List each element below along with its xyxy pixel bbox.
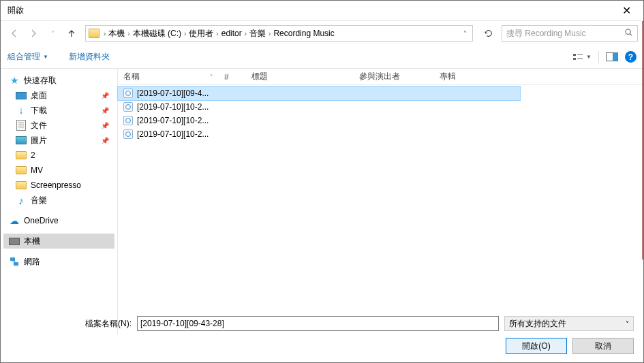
filetype-select[interactable]: 所有支持的文件 ˅ — [504, 316, 634, 331]
sidebar-folder-mv[interactable]: MV — [3, 163, 114, 178]
filetype-label: 所有支持的文件 — [509, 318, 566, 330]
file-row[interactable]: [2019-07-10][10-2... — [118, 127, 643, 141]
forward-button[interactable] — [25, 25, 42, 42]
breadcrumb-item[interactable]: 本機 — [108, 28, 125, 40]
cancel-button[interactable]: 取消 — [572, 338, 634, 354]
folder-icon — [89, 29, 99, 38]
pin-icon: 📌 — [101, 122, 109, 129]
filename-input[interactable] — [137, 316, 499, 331]
sidebar-label: 網路 — [24, 256, 40, 268]
filename-label: 檔案名稱(N): — [85, 318, 132, 330]
search-input[interactable]: 搜尋 Recording Music — [502, 25, 638, 42]
breadcrumb-item[interactable]: Recording Music — [273, 29, 334, 38]
organize-label: 組合管理 — [7, 51, 40, 63]
sidebar-label: MV — [31, 165, 43, 175]
pin-icon: 📌 — [101, 107, 109, 114]
open-button[interactable]: 開啟(O) — [506, 338, 567, 354]
file-name: [2019-07-10][10-2... — [137, 102, 209, 112]
sidebar-downloads[interactable]: ↓ 下載 📌 — [3, 103, 114, 118]
sidebar-label: OneDrive — [24, 216, 59, 225]
sidebar-label: 本機 — [24, 236, 40, 247]
column-headers: 名稱 ˄ # 標題 參與演出者 專輯 — [118, 69, 643, 85]
svg-rect-8 — [10, 257, 15, 261]
preview-pane-button[interactable] — [606, 52, 618, 61]
chevron-right-icon[interactable]: › — [269, 30, 271, 37]
sidebar-this-pc[interactable]: 本機 — [3, 234, 114, 249]
breadcrumb-item[interactable]: 使用者 — [189, 28, 213, 40]
file-name: [2019-07-10][10-2... — [137, 116, 209, 125]
search-icon — [624, 28, 633, 39]
sidebar-folder-2[interactable]: 2 — [3, 148, 114, 163]
view-options-button[interactable]: ▼ — [572, 52, 592, 62]
breadcrumb-item[interactable]: editor — [221, 29, 242, 38]
chevron-down-icon: ˅ — [626, 320, 629, 328]
column-title[interactable]: 標題 — [246, 71, 354, 82]
separator — [598, 51, 599, 63]
address-dropdown-icon[interactable]: ˅ — [461, 30, 470, 37]
cloud-icon: ☁ — [9, 215, 20, 226]
file-row[interactable]: [2019-07-10][09-4... — [118, 86, 520, 100]
organize-menu[interactable]: 組合管理 ▼ — [7, 51, 48, 63]
navigation-sidebar: ★ 快速存取 桌面 📌 ↓ 下載 📌 文件 📌 圖片 📌 — [1, 69, 118, 334]
file-row[interactable]: [2019-07-10][10-2... — [118, 114, 643, 127]
refresh-button[interactable] — [481, 26, 496, 41]
file-name: [2019-07-10][09-4... — [137, 89, 209, 98]
chevron-right-icon[interactable]: › — [104, 30, 106, 37]
sidebar-documents[interactable]: 文件 📌 — [3, 118, 114, 133]
sidebar-quick-access[interactable]: ★ 快速存取 — [3, 73, 114, 88]
desktop-icon — [16, 90, 27, 101]
sidebar-label: 桌面 — [31, 90, 47, 101]
back-button[interactable] — [6, 25, 22, 42]
sidebar-label: Screenpresso — [31, 180, 81, 190]
folder-icon — [16, 150, 27, 161]
sidebar-onedrive[interactable]: ☁ OneDrive — [3, 213, 114, 228]
svg-rect-9 — [14, 262, 18, 266]
sidebar-folder-screenpresso[interactable]: Screenpresso — [3, 178, 114, 193]
chevron-down-icon: ▼ — [586, 54, 592, 60]
svg-rect-7 — [613, 53, 618, 61]
audio-file-icon — [123, 102, 133, 112]
recent-dropdown-icon[interactable]: ˅ — [44, 25, 61, 42]
sidebar-network[interactable]: 網路 — [3, 254, 114, 269]
sidebar-label: 文件 — [31, 120, 47, 131]
dialog-title: 開啟 — [7, 5, 24, 16]
breadcrumb-item[interactable]: 音樂 — [249, 28, 266, 40]
svg-point-0 — [626, 29, 630, 34]
folder-icon — [16, 165, 27, 176]
chevron-right-icon[interactable]: › — [216, 30, 218, 37]
breadcrumb-item[interactable]: 本機磁碟 (C:) — [133, 28, 181, 40]
audio-file-icon — [123, 89, 133, 98]
document-icon — [16, 120, 27, 131]
pin-icon: 📌 — [101, 92, 109, 99]
column-album[interactable]: 專輯 — [434, 71, 516, 82]
chevron-right-icon[interactable]: › — [184, 30, 186, 37]
file-row[interactable]: [2019-07-10][10-2... — [118, 100, 643, 114]
close-icon[interactable]: ✕ — [617, 4, 637, 17]
sidebar-pictures[interactable]: 圖片 📌 — [3, 133, 114, 148]
chevron-right-icon[interactable]: › — [127, 30, 129, 37]
svg-rect-2 — [573, 54, 576, 56]
svg-line-1 — [630, 34, 632, 36]
sidebar-label: 2 — [31, 151, 35, 160]
sidebar-label: 快速存取 — [24, 75, 57, 86]
svg-line-10 — [12, 261, 16, 262]
chevron-down-icon: ▼ — [43, 54, 48, 60]
column-name[interactable]: 名稱 ˄ — [118, 71, 219, 82]
audio-file-icon — [123, 116, 133, 125]
column-artist[interactable]: 參與演出者 — [354, 71, 434, 82]
window-edge — [642, 21, 643, 259]
up-button[interactable] — [63, 25, 80, 42]
sidebar-label: 下載 — [31, 105, 47, 116]
search-placeholder: 搜尋 Recording Music — [506, 28, 624, 40]
chevron-right-icon[interactable]: › — [245, 30, 247, 37]
network-icon — [9, 256, 20, 267]
column-number[interactable]: # — [219, 72, 246, 82]
help-icon[interactable]: ? — [625, 51, 637, 63]
new-folder-button[interactable]: 新增資料夾 — [69, 51, 110, 63]
audio-file-icon — [123, 129, 133, 139]
address-bar[interactable]: › 本機 › 本機磁碟 (C:) › 使用者 › editor › 音樂 › R… — [85, 25, 473, 42]
column-label: 名稱 — [123, 71, 140, 82]
sidebar-music[interactable]: ♪ 音樂 — [3, 193, 114, 208]
download-icon: ↓ — [16, 105, 27, 116]
sidebar-desktop[interactable]: 桌面 📌 — [3, 88, 114, 103]
